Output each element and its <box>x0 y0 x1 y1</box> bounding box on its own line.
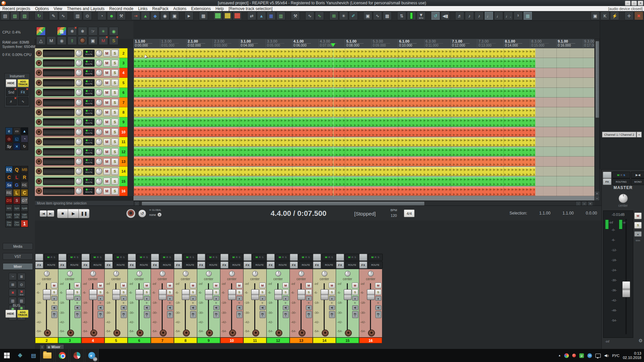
track-lane-16[interactable]: ▶▶▶▶▶▶▶▶▶▶▶▶▶▶▶▶▶▶▶▶▶▶▶▶▶▶▶▶▶▶▶▶▶▶▶▶▶▶▶▶… <box>133 186 594 196</box>
sparkle-app-icon[interactable]: ❉ <box>13 349 27 362</box>
strip-input-button[interactable]: IN▼ <box>213 311 219 318</box>
strip-route-button[interactable]: ROUTE <box>368 261 383 268</box>
strip-route-button[interactable]: ROUTE <box>229 261 244 268</box>
track-panel-12[interactable]: ROUTEMS <box>35 147 119 157</box>
media-item[interactable]: ▶▶▶▶▶▶▶▶▶▶▶▶▶▶▶▶▶▶▶▶▶▶▶▶▶▶▶▶▶▶▶▶▶▶▶▶▶▶▶▶… <box>133 147 535 156</box>
time-signature[interactable]: 4/4 <box>404 209 415 217</box>
strip-record-arm[interactable] <box>229 329 236 337</box>
master-r-indicator[interactable]: R <box>621 174 623 177</box>
track-number-badge[interactable]: 10 <box>119 127 127 137</box>
action-walk-icon[interactable]: K <box>600 11 609 20</box>
master-fader[interactable] <box>622 281 630 297</box>
plugin-spire[interactable]: ◱ <box>13 135 20 142</box>
strip-input-button[interactable]: IN▼ <box>236 311 243 318</box>
menu-help[interactable]: Help <box>213 6 226 11</box>
track-panel-6[interactable]: ROUTEMS <box>35 88 119 98</box>
mute-button[interactable]: M <box>103 50 110 57</box>
mute-button[interactable]: M <box>103 148 110 155</box>
route-button[interactable]: ROUTE <box>83 99 95 106</box>
track-number-badge[interactable]: 4 <box>119 68 127 78</box>
touch-automation-icon[interactable]: ☞ <box>88 27 98 36</box>
strip-fader[interactable] <box>344 289 352 300</box>
strip-pan-knob[interactable] <box>160 271 165 277</box>
volume-knob[interactable] <box>75 188 82 194</box>
strip-route-button[interactable]: ROUTE <box>183 261 198 268</box>
strip-power-button[interactable] <box>220 254 228 261</box>
strip-pan-knob[interactable] <box>67 271 73 277</box>
stretch-item-icon[interactable]: ▲ <box>257 11 266 20</box>
strip-record-arm[interactable] <box>44 329 51 337</box>
strip-fx-button[interactable]: FX <box>128 261 136 268</box>
strip-mute-button[interactable]: M <box>282 283 289 288</box>
strip-input-button[interactable]: IN▼ <box>352 311 358 318</box>
add-track-button-bottom[interactable]: ADD TRACK <box>17 310 29 318</box>
route-button[interactable]: ROUTE <box>83 89 95 96</box>
strip-record-arm[interactable] <box>299 329 306 337</box>
strip-power-button[interactable] <box>336 254 344 261</box>
strip-speaker-icon[interactable]: ◀) <box>375 305 381 310</box>
strip-number[interactable]: 9 <box>197 338 220 343</box>
fx-re[interactable]: RE <box>5 189 13 196</box>
strip-mrs-indicators[interactable]: MRS <box>137 254 151 261</box>
plugin-sylenth[interactable]: Sy <box>5 143 13 150</box>
strip-fx-button[interactable]: FX <box>220 261 228 268</box>
strip-mrs-indicators[interactable]: MRS <box>322 254 336 261</box>
track-panel-14[interactable]: ROUTEMS <box>35 167 119 176</box>
mute-button[interactable]: M <box>103 158 110 165</box>
fx-re[interactable]: RE <box>21 181 28 189</box>
strip-power-button[interactable] <box>174 254 182 261</box>
pan-knob[interactable] <box>96 50 102 57</box>
strip-fx-button[interactable]: FX <box>82 261 90 268</box>
master-mono-button[interactable]: MONO <box>631 178 644 185</box>
strip-route-button[interactable]: ROUTE <box>299 261 313 268</box>
folder-up-icon[interactable]: ⇧ <box>67 36 77 45</box>
remove-sends[interactable]: Snd✖ <box>6 88 17 96</box>
tray-red-dot-icon[interactable] <box>572 354 576 357</box>
track-panel-9[interactable]: ROUTEMS <box>35 117 119 127</box>
theme-swatch-red-icon[interactable] <box>233 11 242 20</box>
taskbar-clock[interactable]: 0:13 02.10.2018 <box>623 351 641 360</box>
strip-route-button[interactable]: ROUTE <box>275 261 290 268</box>
collapse-panel-button[interactable]: « <box>637 132 642 137</box>
strip-fader[interactable] <box>205 289 213 300</box>
language-indicator[interactable]: РУС <box>612 354 620 358</box>
volume-knob[interactable] <box>75 60 82 66</box>
volume-knob[interactable] <box>75 129 82 135</box>
strip-power-button[interactable] <box>128 254 136 261</box>
strip-input-button[interactable]: IN▼ <box>283 311 289 318</box>
strip-trim-icon[interactable]: ▲ <box>213 296 219 301</box>
master-mute-button[interactable]: M <box>634 213 642 219</box>
note-quarter-icon[interactable]: ♩ <box>484 11 493 20</box>
solo-button[interactable]: S <box>111 178 118 185</box>
menu-recent-projects[interactable]: Recent projects <box>0 6 33 11</box>
theme-color-brush-icon[interactable]: ✎ <box>36 27 46 36</box>
track-number-badge[interactable]: 12 <box>119 147 127 157</box>
track-panel-3[interactable]: ROUTEMS <box>35 58 119 68</box>
mute-button[interactable]: M <box>103 138 110 145</box>
strip-solo-button[interactable]: S <box>120 289 127 295</box>
track-name-field[interactable] <box>43 138 74 145</box>
menu-actions[interactable]: Actions <box>171 6 189 11</box>
unfreeze-tracks-icon[interactable]: ❄✖ <box>67 27 77 36</box>
strip-mute-button[interactable]: M <box>120 283 127 288</box>
media-item[interactable]: ▶▶▶▶▶▶▶▶▶▶▶▶▶▶▶▶▶▶▶▶▶▶▶▶▶▶▶▶▶▶▶▶▶▶▶▶▶▶▶▶… <box>133 108 535 117</box>
strip-record-arm[interactable] <box>137 329 144 337</box>
render-project-icon[interactable]: ↻ <box>35 11 44 20</box>
route-button[interactable]: ROUTE <box>83 148 95 156</box>
strip-fader[interactable] <box>89 289 97 300</box>
grid-notes-icon[interactable]: ▦ <box>523 11 532 20</box>
pan-knob[interactable] <box>96 69 102 76</box>
solo-button[interactable]: S <box>111 69 118 76</box>
media-item[interactable]: ▶▶▶▶▶▶▶▶▶▶▶▶▶▶▶▶▶▶▶▶▶▶▶▶▶▶▶▶▶▶▶▶▶▶▶▶▶▶▶▶… <box>133 98 535 107</box>
strip-fader[interactable] <box>136 289 143 300</box>
master-s-indicator[interactable]: S <box>624 174 625 177</box>
media-item-green-icon[interactable]: ▥ <box>276 11 285 20</box>
track-panel-15[interactable]: ROUTEMS <box>35 176 119 186</box>
track-number-badge[interactable]: 5 <box>119 78 127 87</box>
power-plug-icon[interactable]: ⚡ <box>610 11 619 20</box>
swirl-app-icon[interactable] <box>70 349 84 362</box>
strip-fx-button[interactable]: FX <box>359 261 367 268</box>
strip-speaker-icon[interactable]: ◀) <box>190 305 196 310</box>
strip-fx-button[interactable]: FX <box>105 261 113 268</box>
record-arm-button[interactable] <box>36 129 42 135</box>
